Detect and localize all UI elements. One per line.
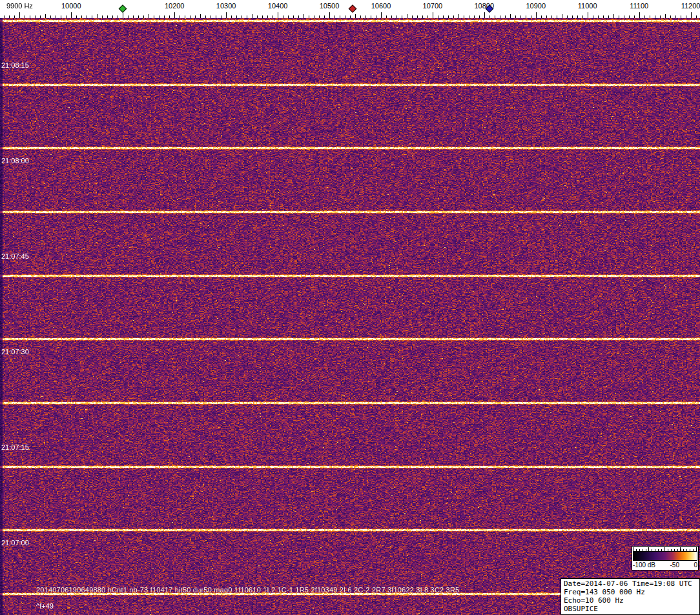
freq-tick bbox=[650, 15, 650, 18]
time-axis-label: 21:08:00 bbox=[1, 157, 29, 165]
freq-tick bbox=[273, 15, 273, 18]
freq-tick bbox=[278, 12, 278, 18]
freq-tick bbox=[510, 14, 511, 18]
freq-tick bbox=[262, 15, 263, 18]
freq-tick bbox=[427, 15, 428, 18]
freq-tick bbox=[87, 15, 87, 18]
freq-tick bbox=[190, 15, 190, 18]
freq-tick bbox=[45, 14, 46, 18]
green-marker[interactable] bbox=[119, 5, 127, 13]
freq-tick bbox=[102, 15, 103, 18]
freq-tick bbox=[479, 15, 480, 18]
freq-tick bbox=[464, 15, 464, 18]
colorbar: -100 dB -50 0 bbox=[632, 546, 699, 570]
freq-tick bbox=[195, 15, 196, 18]
freq-tick bbox=[443, 15, 444, 18]
freq-tick bbox=[577, 15, 578, 18]
detection-info-text: 20140706190649880 hCnt1 nb-73 f10417 hit… bbox=[36, 586, 459, 594]
freq-tick bbox=[159, 15, 160, 18]
freq-tick bbox=[624, 15, 624, 18]
colorbar-gradient bbox=[633, 551, 697, 561]
freq-tick bbox=[551, 15, 552, 18]
freq-tick bbox=[133, 15, 134, 18]
time-axis-label: 21:08:15 bbox=[1, 61, 29, 69]
colorbar-label-min: -100 dB bbox=[633, 561, 655, 569]
freq-axis-label: 10900 bbox=[526, 2, 546, 10]
freq-tick bbox=[25, 15, 25, 18]
freq-tick bbox=[629, 15, 630, 18]
freq-tick bbox=[619, 15, 619, 18]
colorbar-label-mid: -50 bbox=[670, 561, 679, 569]
freq-tick bbox=[417, 15, 418, 18]
freq-tick bbox=[304, 14, 304, 18]
freq-tick bbox=[35, 15, 36, 18]
freq-tick bbox=[335, 15, 335, 18]
freq-tick bbox=[288, 15, 289, 18]
info-line-date: Date=2014-07-06 Time=19:08 UTC bbox=[564, 580, 697, 588]
freq-axis-label: 10500 bbox=[320, 2, 340, 10]
freq-tick bbox=[505, 15, 506, 18]
freq-tick bbox=[381, 12, 382, 18]
freq-tick bbox=[236, 15, 237, 18]
freq-tick bbox=[396, 15, 397, 18]
freq-tick bbox=[107, 15, 108, 18]
freq-tick bbox=[19, 12, 20, 18]
colorbar-label-max: 0 bbox=[694, 561, 697, 569]
freq-tick bbox=[371, 15, 371, 18]
freq-tick bbox=[149, 14, 149, 18]
freq-axis-label: 10300 bbox=[216, 2, 236, 10]
freq-tick bbox=[216, 15, 216, 18]
freq-tick bbox=[686, 15, 686, 18]
freq-tick bbox=[350, 15, 351, 18]
waterfall-plot: 21:08:1521:08:0021:07:4521:07:3021:07:15… bbox=[0, 18, 700, 615]
freq-tick bbox=[340, 15, 340, 18]
freq-tick bbox=[515, 15, 516, 18]
freq-tick bbox=[634, 15, 635, 18]
freq-tick bbox=[112, 15, 113, 18]
freq-tick bbox=[453, 15, 454, 18]
freq-tick bbox=[412, 15, 413, 18]
freq-tick bbox=[546, 15, 547, 18]
frequency-offset-text: ^f+49 bbox=[36, 602, 54, 610]
freq-tick bbox=[567, 15, 568, 18]
freq-tick bbox=[56, 15, 56, 18]
freq-tick bbox=[608, 15, 609, 18]
freq-tick bbox=[603, 15, 604, 18]
freq-tick bbox=[345, 15, 345, 18]
freq-tick bbox=[500, 15, 500, 18]
freq-tick bbox=[531, 15, 531, 18]
freq-tick bbox=[582, 15, 583, 18]
freq-tick bbox=[422, 15, 423, 18]
freq-tick bbox=[138, 15, 139, 18]
freq-tick bbox=[283, 15, 283, 18]
freq-tick bbox=[696, 15, 697, 18]
time-axis-label: 21:07:45 bbox=[1, 252, 29, 260]
freq-tick bbox=[691, 12, 692, 18]
freq-tick bbox=[14, 15, 15, 18]
spectrogram-app: 9900 Hz100001020010300104001050010600107… bbox=[0, 0, 700, 615]
freq-tick bbox=[329, 12, 330, 18]
freq-tick bbox=[143, 15, 144, 18]
freq-tick bbox=[557, 15, 557, 18]
spectrogram-canvas[interactable] bbox=[0, 18, 700, 615]
freq-tick bbox=[231, 15, 232, 18]
freq-tick bbox=[402, 15, 402, 18]
freq-axis-label: 9900 Hz bbox=[6, 2, 33, 10]
info-line-station: OBSUPICE bbox=[564, 605, 697, 613]
freq-tick bbox=[97, 14, 98, 18]
freq-tick bbox=[9, 15, 10, 18]
freq-tick bbox=[598, 15, 599, 18]
freq-tick bbox=[655, 15, 655, 18]
freq-tick bbox=[185, 15, 185, 18]
freq-tick bbox=[314, 15, 314, 18]
time-axis-label: 21:07:30 bbox=[1, 348, 29, 356]
freq-axis-label: 10200 bbox=[165, 2, 185, 10]
freq-tick bbox=[164, 15, 165, 18]
freq-axis-label: 11100 bbox=[630, 2, 648, 10]
red-marker[interactable] bbox=[349, 5, 357, 13]
freq-tick bbox=[154, 15, 154, 18]
freq-tick bbox=[81, 15, 82, 18]
freq-tick bbox=[66, 15, 67, 18]
freq-tick bbox=[319, 15, 320, 18]
freq-tick bbox=[541, 15, 542, 18]
